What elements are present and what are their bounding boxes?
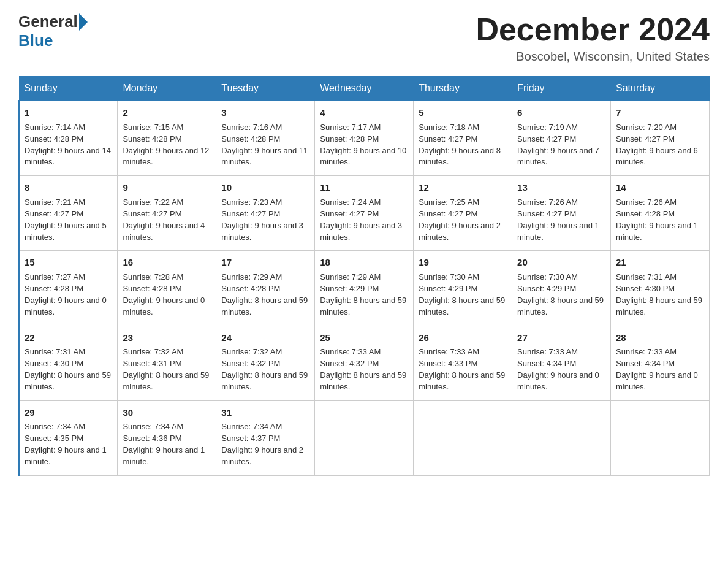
day-info: Sunrise: 7:32 AMSunset: 4:31 PMDaylight:… bbox=[123, 347, 209, 391]
day-cell: 7 Sunrise: 7:20 AMSunset: 4:27 PMDayligh… bbox=[611, 101, 710, 176]
day-info: Sunrise: 7:19 AMSunset: 4:27 PMDaylight:… bbox=[517, 123, 599, 167]
day-cell: 10 Sunrise: 7:23 AMSunset: 4:27 PMDaylig… bbox=[216, 176, 315, 251]
day-number: 1 bbox=[25, 106, 112, 120]
header-row: SundayMondayTuesdayWednesdayThursdayFrid… bbox=[19, 77, 710, 101]
week-row-4: 22 Sunrise: 7:31 AMSunset: 4:30 PMDaylig… bbox=[19, 326, 710, 400]
day-number: 5 bbox=[419, 106, 507, 120]
day-cell bbox=[611, 400, 710, 475]
logo-blue-text: Blue bbox=[18, 31, 53, 50]
day-info: Sunrise: 7:33 AMSunset: 4:32 PMDaylight:… bbox=[320, 347, 406, 391]
day-info: Sunrise: 7:25 AMSunset: 4:27 PMDaylight:… bbox=[419, 197, 501, 242]
day-cell: 17 Sunrise: 7:29 AMSunset: 4:28 PMDaylig… bbox=[216, 251, 315, 326]
day-number: 12 bbox=[419, 181, 507, 194]
header-monday: Monday bbox=[118, 77, 216, 101]
day-info: Sunrise: 7:30 AMSunset: 4:29 PMDaylight:… bbox=[419, 272, 505, 316]
day-info: Sunrise: 7:33 AMSunset: 4:34 PMDaylight:… bbox=[616, 347, 698, 391]
day-number: 18 bbox=[320, 256, 408, 269]
day-info: Sunrise: 7:28 AMSunset: 4:28 PMDaylight:… bbox=[123, 272, 205, 316]
calendar-header: SundayMondayTuesdayWednesdayThursdayFrid… bbox=[19, 77, 710, 101]
day-cell bbox=[414, 400, 512, 475]
calendar-table: SundayMondayTuesdayWednesdayThursdayFrid… bbox=[18, 76, 710, 476]
day-info: Sunrise: 7:20 AMSunset: 4:27 PMDaylight:… bbox=[616, 123, 698, 167]
day-cell: 14 Sunrise: 7:26 AMSunset: 4:28 PMDaylig… bbox=[611, 176, 710, 251]
day-cell: 24 Sunrise: 7:32 AMSunset: 4:32 PMDaylig… bbox=[216, 326, 315, 400]
day-number: 19 bbox=[419, 256, 507, 269]
day-number: 23 bbox=[123, 331, 211, 345]
day-cell: 2 Sunrise: 7:15 AMSunset: 4:28 PMDayligh… bbox=[118, 101, 216, 176]
day-info: Sunrise: 7:30 AMSunset: 4:29 PMDaylight:… bbox=[517, 272, 604, 316]
logo-arrow-icon bbox=[79, 13, 88, 31]
day-cell: 12 Sunrise: 7:25 AMSunset: 4:27 PMDaylig… bbox=[414, 176, 512, 251]
day-cell: 30 Sunrise: 7:34 AMSunset: 4:36 PMDaylig… bbox=[118, 400, 216, 475]
day-number: 29 bbox=[25, 406, 112, 419]
day-info: Sunrise: 7:34 AMSunset: 4:35 PMDaylight:… bbox=[25, 422, 107, 466]
day-info: Sunrise: 7:18 AMSunset: 4:27 PMDaylight:… bbox=[419, 123, 501, 167]
day-number: 30 bbox=[123, 406, 211, 419]
day-info: Sunrise: 7:29 AMSunset: 4:28 PMDaylight:… bbox=[221, 272, 308, 316]
day-cell: 8 Sunrise: 7:21 AMSunset: 4:27 PMDayligh… bbox=[19, 176, 118, 251]
day-info: Sunrise: 7:15 AMSunset: 4:28 PMDaylight:… bbox=[123, 123, 209, 167]
week-row-1: 1 Sunrise: 7:14 AMSunset: 4:28 PMDayligh… bbox=[19, 101, 710, 176]
week-row-3: 15 Sunrise: 7:27 AMSunset: 4:28 PMDaylig… bbox=[19, 251, 710, 326]
day-number: 26 bbox=[419, 331, 507, 345]
day-number: 2 bbox=[123, 106, 211, 120]
day-cell: 4 Sunrise: 7:17 AMSunset: 4:28 PMDayligh… bbox=[315, 101, 414, 176]
week-row-2: 8 Sunrise: 7:21 AMSunset: 4:27 PMDayligh… bbox=[19, 176, 710, 251]
day-number: 9 bbox=[123, 181, 211, 194]
day-info: Sunrise: 7:21 AMSunset: 4:27 PMDaylight:… bbox=[25, 197, 107, 242]
day-info: Sunrise: 7:23 AMSunset: 4:27 PMDaylight:… bbox=[221, 197, 303, 242]
day-cell: 22 Sunrise: 7:31 AMSunset: 4:30 PMDaylig… bbox=[19, 326, 118, 400]
day-info: Sunrise: 7:34 AMSunset: 4:36 PMDaylight:… bbox=[123, 422, 205, 466]
day-cell: 13 Sunrise: 7:26 AMSunset: 4:27 PMDaylig… bbox=[512, 176, 611, 251]
logo: General Blue bbox=[18, 12, 89, 50]
day-cell: 6 Sunrise: 7:19 AMSunset: 4:27 PMDayligh… bbox=[512, 101, 611, 176]
day-number: 17 bbox=[221, 256, 309, 269]
day-cell: 29 Sunrise: 7:34 AMSunset: 4:35 PMDaylig… bbox=[19, 400, 118, 475]
day-number: 28 bbox=[616, 331, 704, 345]
header-friday: Friday bbox=[512, 77, 611, 101]
day-info: Sunrise: 7:24 AMSunset: 4:27 PMDaylight:… bbox=[320, 197, 402, 242]
day-number: 4 bbox=[320, 106, 408, 120]
day-info: Sunrise: 7:31 AMSunset: 4:30 PMDaylight:… bbox=[25, 347, 111, 391]
day-info: Sunrise: 7:33 AMSunset: 4:33 PMDaylight:… bbox=[419, 347, 505, 391]
title-section: December 2024 Boscobel, Wisconsin, Unite… bbox=[476, 12, 710, 64]
day-number: 27 bbox=[517, 331, 605, 345]
day-number: 20 bbox=[517, 256, 605, 269]
day-cell: 19 Sunrise: 7:30 AMSunset: 4:29 PMDaylig… bbox=[414, 251, 512, 326]
day-cell bbox=[512, 400, 611, 475]
day-cell: 3 Sunrise: 7:16 AMSunset: 4:28 PMDayligh… bbox=[216, 101, 315, 176]
day-info: Sunrise: 7:27 AMSunset: 4:28 PMDaylight:… bbox=[25, 272, 107, 316]
day-info: Sunrise: 7:17 AMSunset: 4:28 PMDaylight:… bbox=[320, 123, 406, 167]
day-info: Sunrise: 7:26 AMSunset: 4:28 PMDaylight:… bbox=[616, 197, 698, 242]
header-sunday: Sunday bbox=[19, 77, 118, 101]
month-title: December 2024 bbox=[476, 12, 710, 47]
day-number: 15 bbox=[25, 256, 112, 269]
day-info: Sunrise: 7:14 AMSunset: 4:28 PMDaylight:… bbox=[25, 123, 111, 167]
logo-general-text: General bbox=[18, 12, 78, 31]
day-info: Sunrise: 7:26 AMSunset: 4:27 PMDaylight:… bbox=[517, 197, 599, 242]
day-number: 7 bbox=[616, 106, 704, 120]
header-saturday: Saturday bbox=[611, 77, 710, 101]
day-cell: 31 Sunrise: 7:34 AMSunset: 4:37 PMDaylig… bbox=[216, 400, 315, 475]
day-number: 22 bbox=[25, 331, 112, 345]
page-header: General Blue December 2024 Boscobel, Wis… bbox=[18, 12, 710, 64]
day-cell: 26 Sunrise: 7:33 AMSunset: 4:33 PMDaylig… bbox=[414, 326, 512, 400]
header-wednesday: Wednesday bbox=[315, 77, 414, 101]
day-number: 16 bbox=[123, 256, 211, 269]
day-number: 31 bbox=[221, 406, 309, 419]
day-number: 8 bbox=[25, 181, 112, 194]
day-info: Sunrise: 7:29 AMSunset: 4:29 PMDaylight:… bbox=[320, 272, 406, 316]
header-thursday: Thursday bbox=[414, 77, 512, 101]
day-info: Sunrise: 7:22 AMSunset: 4:27 PMDaylight:… bbox=[123, 197, 205, 242]
day-info: Sunrise: 7:34 AMSunset: 4:37 PMDaylight:… bbox=[221, 422, 303, 466]
day-number: 11 bbox=[320, 181, 408, 194]
day-number: 6 bbox=[517, 106, 605, 120]
day-cell: 28 Sunrise: 7:33 AMSunset: 4:34 PMDaylig… bbox=[611, 326, 710, 400]
location-text: Boscobel, Wisconsin, United States bbox=[476, 50, 710, 64]
day-cell: 15 Sunrise: 7:27 AMSunset: 4:28 PMDaylig… bbox=[19, 251, 118, 326]
day-cell: 5 Sunrise: 7:18 AMSunset: 4:27 PMDayligh… bbox=[414, 101, 512, 176]
week-row-5: 29 Sunrise: 7:34 AMSunset: 4:35 PMDaylig… bbox=[19, 400, 710, 475]
day-number: 25 bbox=[320, 331, 408, 345]
day-info: Sunrise: 7:31 AMSunset: 4:30 PMDaylight:… bbox=[616, 272, 702, 316]
header-tuesday: Tuesday bbox=[216, 77, 315, 101]
